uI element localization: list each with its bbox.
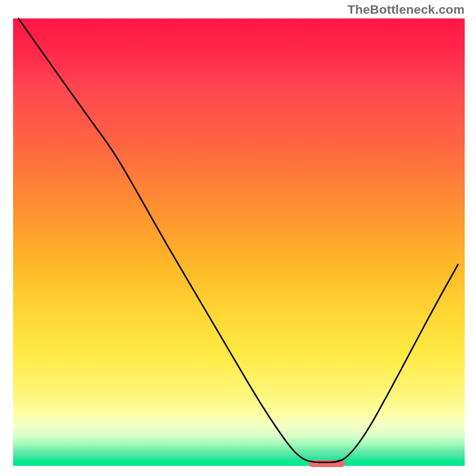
gradient-background: [13, 18, 465, 466]
bottleneck-marker: [309, 460, 345, 467]
watermark-text: TheBottleneck.com: [347, 2, 465, 17]
bottleneck-chart: TheBottleneck.com: [0, 0, 476, 476]
